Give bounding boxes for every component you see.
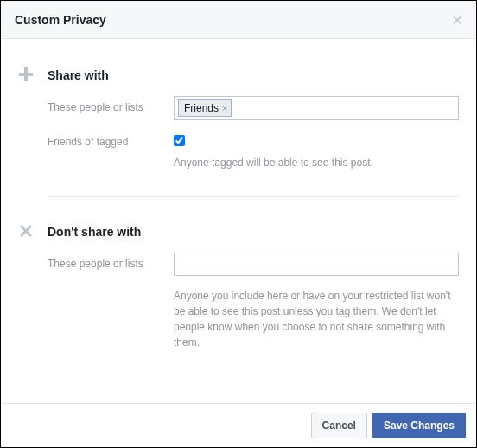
dont-share-hint: Anyone you include here or have on your … xyxy=(174,288,459,350)
dont-share-title: Don't share with xyxy=(48,223,459,240)
friends-of-tagged-checkbox[interactable] xyxy=(174,135,185,146)
dialog-header: Custom Privacy × xyxy=(1,1,476,39)
dont-share-people-label: These people or lists xyxy=(48,253,174,270)
cancel-button[interactable]: Cancel xyxy=(311,413,367,438)
share-title: Share with xyxy=(48,67,459,84)
dont-share-people-input[interactable] xyxy=(174,253,459,276)
friends-of-tagged-row: Friends of tagged Anyone tagged will be … xyxy=(48,131,459,170)
share-people-input[interactable]: Friends × xyxy=(174,96,459,120)
dialog-content: Share with These people or lists Friends… xyxy=(1,39,476,361)
chip-label: Friends xyxy=(184,101,219,115)
save-button[interactable]: Save Changes xyxy=(372,413,466,438)
chip-remove-icon[interactable]: × xyxy=(222,101,227,115)
share-section: Share with These people or lists Friends… xyxy=(18,56,459,181)
svg-rect-1 xyxy=(19,73,33,76)
x-icon xyxy=(18,223,48,239)
dialog-title: Custom Privacy xyxy=(15,13,106,27)
dialog-footer: Cancel Save Changes xyxy=(1,403,476,447)
divider xyxy=(48,196,459,197)
share-people-row: These people or lists Friends × xyxy=(48,96,459,120)
svg-marker-2 xyxy=(20,225,32,237)
share-hint: Anyone tagged will be able to see this p… xyxy=(174,155,459,170)
plus-icon xyxy=(18,67,48,82)
share-people-label: These people or lists xyxy=(48,96,174,113)
friends-of-tagged-label: Friends of tagged xyxy=(48,131,174,148)
chip-friends[interactable]: Friends × xyxy=(178,99,232,117)
dont-share-people-row: These people or lists Anyone you include… xyxy=(48,253,459,350)
close-icon[interactable]: × xyxy=(452,11,462,29)
dont-share-section: Don't share with These people or lists A… xyxy=(18,213,459,361)
